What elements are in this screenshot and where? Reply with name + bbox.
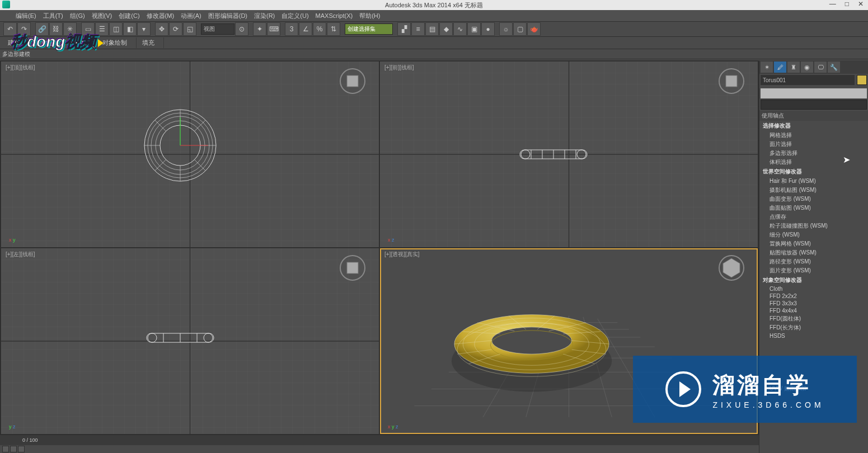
unlink-button[interactable]: ⛓ xyxy=(49,22,63,36)
viewport-perspective[interactable]: [+][透视][真实] xyxy=(380,248,758,434)
ribbon-tab-freeform[interactable]: 自由形式 xyxy=(30,37,69,48)
ribbon-tab-populate[interactable]: 填充 xyxy=(137,37,164,48)
status-icon[interactable] xyxy=(2,446,9,452)
keyboard-shortcut-button[interactable]: ⌨ xyxy=(267,22,280,36)
viewport-front[interactable]: [+][前][线框] x z xyxy=(380,62,758,247)
bind-spacewarp-button[interactable]: ✳ xyxy=(63,22,77,36)
modifier-item[interactable]: FFD 3x3x3 xyxy=(759,300,868,307)
modifier-item[interactable]: 面片变形 (WSM) xyxy=(759,266,868,275)
menu-maxscript[interactable]: MAXScript(X) xyxy=(316,12,353,19)
viewport-label[interactable]: [+][前][线框] xyxy=(384,64,414,72)
modifier-item[interactable]: Hair 和 Fur (WSM) xyxy=(759,177,868,186)
schematic-view-button[interactable]: ▣ xyxy=(467,22,481,36)
menu-customize[interactable]: 自定义(U) xyxy=(281,12,308,20)
modifier-item[interactable]: 曲面贴图 (WSM) xyxy=(759,204,868,213)
modifier-item[interactable]: FFD 2x2x2 xyxy=(759,292,868,300)
modifier-item[interactable]: FFD(长方体) xyxy=(759,323,868,332)
modify-tab[interactable]: 🖉 xyxy=(774,62,786,73)
object-name-field[interactable]: Torus001 xyxy=(761,75,855,85)
menu-grapheditors[interactable]: 图形编辑器(D) xyxy=(208,12,247,20)
modifier-item[interactable]: 点缓存 xyxy=(759,213,868,221)
object-color-swatch[interactable] xyxy=(857,75,867,85)
layers-button[interactable]: ▤ xyxy=(425,22,439,36)
modifier-item[interactable]: 网格选择 xyxy=(759,131,868,140)
viewcube-icon[interactable] xyxy=(340,255,365,281)
render-setup-button[interactable]: ☼ xyxy=(499,22,513,36)
maximize-button[interactable]: □ xyxy=(845,0,849,8)
close-button[interactable]: ✕ xyxy=(858,0,864,8)
menu-views[interactable]: 视图(V) xyxy=(92,12,112,20)
use-center-button[interactable]: ⊙ xyxy=(235,22,248,36)
undo-button[interactable]: ↶ xyxy=(3,22,17,36)
viewport-left[interactable]: [+][左][线框] y z xyxy=(1,248,379,434)
ribbon-panel-polymodeling[interactable]: 多边形建模 xyxy=(2,50,30,58)
viewport-label[interactable]: [+][透视][真实] xyxy=(384,251,420,258)
modifier-item[interactable]: 曲面变形 (WSM) xyxy=(759,195,868,204)
utilities-tab[interactable]: 🔧 xyxy=(828,62,840,73)
viewcube-icon[interactable] xyxy=(340,68,365,94)
minimize-button[interactable]: — xyxy=(829,0,836,8)
menu-help[interactable]: 帮助(H) xyxy=(359,12,380,20)
curve-editor-button[interactable]: ∿ xyxy=(453,22,467,36)
modifier-search-field[interactable] xyxy=(761,100,867,110)
modifier-item[interactable]: 细分 (WSM) xyxy=(759,230,868,239)
viewport-label[interactable]: [+][左][线框] xyxy=(6,251,35,258)
window-cross-button[interactable]: ◧ xyxy=(123,22,137,36)
select-name-button[interactable]: ☰ xyxy=(95,22,109,36)
menu-rendering[interactable]: 渲染(R) xyxy=(254,12,275,20)
scale-button[interactable]: ◱ xyxy=(183,22,196,36)
render-frame-button[interactable]: ▢ xyxy=(513,22,527,36)
modifier-item[interactable]: 摄影机贴图 (WSM) xyxy=(759,186,868,195)
mirror-button[interactable]: ▞ xyxy=(397,22,411,36)
motion-tab[interactable]: ◉ xyxy=(801,62,813,73)
status-icon[interactable] xyxy=(10,446,17,452)
snap-toggle-button[interactable]: 3 xyxy=(285,22,298,36)
menu-create[interactable]: 创建(C) xyxy=(119,12,139,20)
link-button[interactable]: 🔗 xyxy=(35,22,49,36)
menu-modifiers[interactable]: 修改器(M) xyxy=(147,12,175,20)
refcoord-dropdown[interactable]: 视图 xyxy=(201,23,234,35)
ribbon-tab-selection[interactable]: 选择 xyxy=(69,37,97,48)
modifier-item[interactable]: 多边形选择 xyxy=(759,149,868,158)
viewcube-icon[interactable] xyxy=(719,68,744,94)
modifier-item[interactable]: Cloth xyxy=(759,285,868,292)
spinner-snap-button[interactable]: ⇅ xyxy=(327,22,340,36)
select-button[interactable]: ▭ xyxy=(81,22,95,36)
modifier-item[interactable]: UVW 贴图添加 xyxy=(759,384,868,393)
rotate-button[interactable]: ⟳ xyxy=(169,22,182,36)
ribbon-tab-modeling[interactable]: 建模 xyxy=(2,37,30,48)
viewport-label[interactable]: [+][顶][线框] xyxy=(6,64,35,72)
select-region-button[interactable]: ◫ xyxy=(109,22,123,36)
material-editor-button[interactable]: ● xyxy=(481,22,495,36)
display-tab[interactable]: 🖵 xyxy=(814,62,827,73)
modifier-item[interactable]: 面片选择 xyxy=(759,140,868,149)
create-tab[interactable]: ✶ xyxy=(761,62,773,73)
modifier-item[interactable]: HSDS xyxy=(759,332,868,339)
modifier-item[interactable]: FFD 4x4x4 xyxy=(759,307,868,314)
modifier-item[interactable]: 贴图缩放器 (WSM) xyxy=(759,248,868,257)
modifier-list-dropdown[interactable] xyxy=(761,88,867,98)
render-button[interactable]: 🫖 xyxy=(527,22,541,36)
modifier-item[interactable]: 体积选择 xyxy=(759,158,868,167)
manipulate-button[interactable]: ✦ xyxy=(253,22,266,36)
viewport-top[interactable]: [+][顶][线框] x xyxy=(1,62,379,247)
modifier-item[interactable]: 路径变形 (WSM) xyxy=(759,257,868,266)
modifier-item[interactable]: FFD(圆柱体) xyxy=(759,314,868,323)
modifier-list[interactable]: 选择修改器 网格选择 面片选择 多边形选择 体积选择 世界空间修改器 Hair … xyxy=(759,121,868,393)
menu-group[interactable]: 组(G) xyxy=(70,12,85,20)
modifier-item[interactable]: 粒子流碰撞图形 (WSM) xyxy=(759,221,868,230)
status-icon[interactable] xyxy=(18,446,25,452)
menu-tools[interactable]: 工具(T) xyxy=(43,12,63,20)
move-button[interactable]: ✥ xyxy=(155,22,168,36)
selection-filter-button[interactable]: ▾ xyxy=(137,22,151,36)
named-selection-set[interactable]: 创建选择集 xyxy=(345,23,393,35)
angle-snap-button[interactable]: ∠ xyxy=(299,22,312,36)
hierarchy-tab[interactable]: ♜ xyxy=(787,62,800,73)
viewcube-icon[interactable] xyxy=(719,255,744,281)
percent-snap-button[interactable]: % xyxy=(313,22,326,36)
graphite-toggle-button[interactable]: ◆ xyxy=(439,22,453,36)
redo-button[interactable]: ↷ xyxy=(17,22,31,36)
ribbon-tab-objectpaint[interactable]: 对象绘制 xyxy=(97,37,137,48)
menu-edit[interactable]: 编辑(E) xyxy=(16,12,36,20)
time-slider[interactable]: 0 / 100 xyxy=(0,435,759,445)
